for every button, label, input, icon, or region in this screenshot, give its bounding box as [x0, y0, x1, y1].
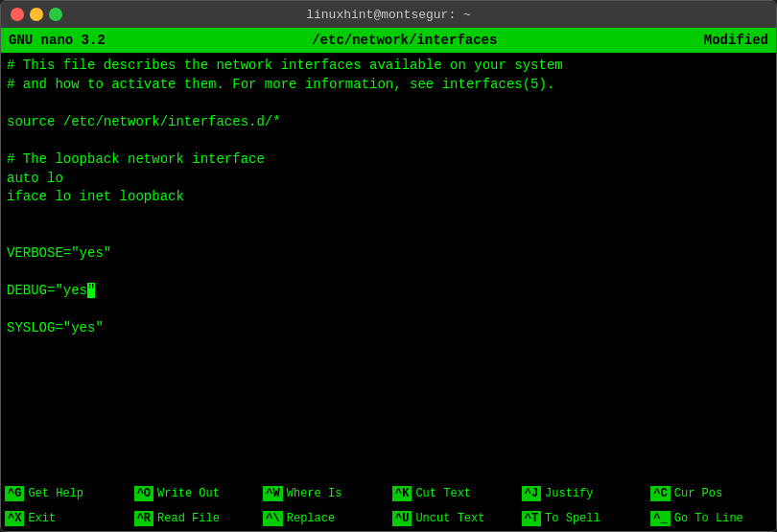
shortcut-label: Where Is [287, 487, 342, 500]
nano-status: Modified [704, 33, 768, 48]
shortcut-label: Exit [28, 512, 56, 525]
shortcut-item[interactable]: ^KCut Text [388, 481, 518, 506]
shortcut-row-1: ^GGet Help^OWrite Out^WWhere Is^KCut Tex… [1, 481, 776, 506]
shortcut-label: Go To Line [674, 512, 743, 525]
shortcut-item[interactable]: ^CCur Pos [647, 481, 776, 506]
window-frame: linuxhint@montsegur: ~ GNU nano 3.2 /etc… [0, 0, 777, 532]
shortcut-label: Cut Text [415, 487, 471, 500]
shortcut-key: ^X [5, 511, 24, 526]
shortcut-label: Write Out [157, 487, 220, 500]
shortcut-key: ^R [134, 511, 153, 526]
nano-version: GNU nano 3.2 [9, 33, 106, 48]
shortcut-key: ^W [263, 486, 282, 501]
nano-header: GNU nano 3.2 /etc/network/interfaces Mod… [1, 28, 776, 53]
shortcut-item[interactable]: ^WWhere Is [259, 481, 388, 506]
nano-filename: /etc/network/interfaces [312, 33, 497, 48]
shortcut-row-2: ^XExit^RRead File^\Replace^UUncut Text^T… [1, 506, 776, 531]
shortcut-key: ^J [522, 486, 541, 501]
shortcut-item[interactable]: ^_Go To Line [647, 506, 776, 531]
title-bar-controls [11, 8, 62, 21]
shortcut-label: Read File [157, 512, 220, 525]
shortcut-key: ^U [392, 511, 412, 526]
shortcut-item[interactable]: ^TTo Spell [518, 506, 648, 531]
shortcut-label: To Spell [545, 512, 600, 525]
shortcut-label: Replace [287, 512, 335, 525]
minimize-button[interactable] [30, 8, 43, 21]
shortcut-item[interactable]: ^OWrite Out [130, 481, 260, 506]
nano-footer: ^GGet Help^OWrite Out^WWhere Is^KCut Tex… [1, 481, 776, 531]
close-button[interactable] [11, 8, 24, 21]
shortcut-key: ^C [650, 486, 670, 501]
shortcut-key: ^K [392, 486, 412, 501]
shortcut-item[interactable]: ^UUncut Text [388, 506, 518, 531]
shortcut-key: ^T [522, 511, 541, 526]
shortcut-key: ^G [5, 486, 24, 501]
maximize-button[interactable] [49, 8, 62, 21]
nano-container: GNU nano 3.2 /etc/network/interfaces Mod… [1, 28, 776, 531]
shortcut-label: Uncut Text [415, 512, 484, 525]
shortcut-item[interactable]: ^GGet Help [1, 481, 130, 506]
shortcut-key: ^\ [263, 511, 282, 526]
title-bar: linuxhint@montsegur: ~ [1, 1, 776, 28]
window-title: linuxhint@montsegur: ~ [306, 8, 471, 22]
shortcut-label: Cur Pos [674, 487, 722, 500]
shortcut-key: ^_ [650, 511, 670, 526]
nano-content[interactable]: # This file describes the network interf… [1, 53, 776, 481]
shortcut-item[interactable]: ^XExit [1, 506, 130, 531]
shortcut-key: ^O [134, 486, 153, 501]
shortcut-label: Get Help [28, 487, 83, 500]
shortcut-item[interactable]: ^\Replace [259, 506, 388, 531]
shortcut-item[interactable]: ^JJustify [518, 481, 648, 506]
shortcut-label: Justify [545, 487, 593, 500]
shortcut-item[interactable]: ^RRead File [130, 506, 260, 531]
